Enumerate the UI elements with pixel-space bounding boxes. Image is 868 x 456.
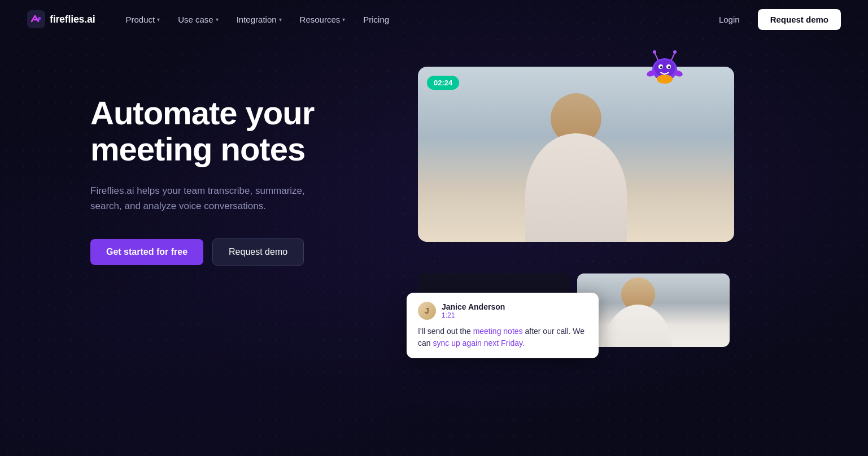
chevron-down-icon: ▾	[342, 16, 345, 23]
video-timer: 02:24	[427, 76, 459, 90]
chevron-down-icon: ▾	[157, 16, 160, 23]
chevron-down-icon: ▾	[216, 16, 219, 23]
video-person2	[577, 273, 730, 347]
svg-point-11	[668, 66, 670, 68]
svg-line-4	[671, 53, 675, 60]
nav-item-usecase[interactable]: Use case ▾	[170, 10, 226, 29]
svg-point-5	[673, 50, 677, 54]
nav-item-pricing[interactable]: Pricing	[355, 10, 397, 29]
chat-text: I'll send out the meeting notes after ou…	[418, 325, 587, 349]
get-started-button[interactable]: Get started for free	[90, 239, 203, 265]
svg-line-2	[655, 53, 658, 60]
nav-links: Product ▾ Use case ▾ Integration ▾ Resou…	[117, 10, 709, 29]
hero-buttons: Get started for free Request demo	[90, 238, 384, 266]
hero-request-demo-button[interactable]: Request demo	[212, 238, 304, 266]
login-button[interactable]: Login	[710, 10, 749, 29]
chat-bubble: J Janice Anderson 1:21 I'll send out the…	[407, 293, 599, 358]
chat-name: Janice Anderson	[442, 302, 505, 311]
nav-item-product[interactable]: Product ▾	[117, 10, 168, 29]
logo-link[interactable]: fireflies.ai	[27, 10, 95, 28]
hero-heading: Automate your meeting notes	[90, 95, 384, 167]
nav-actions: Login Request demo	[710, 9, 841, 30]
logo-icon	[27, 10, 45, 28]
hero-right: 02:24 J Janice Anderson 1:21 I'll send o…	[418, 67, 800, 347]
main-content: Automate your meeting notes Fireflies.ai…	[0, 38, 868, 347]
svg-rect-1	[38, 17, 41, 20]
svg-point-3	[653, 50, 656, 54]
chat-header: J Janice Anderson 1:21	[418, 302, 587, 320]
logo-text: fireflies.ai	[50, 14, 95, 25]
svg-point-10	[660, 66, 662, 68]
svg-point-14	[657, 75, 673, 84]
robot-mascot	[642, 50, 687, 95]
chevron-down-icon: ▾	[279, 16, 282, 23]
nav-item-resources[interactable]: Resources ▾	[292, 10, 354, 29]
navbar: fireflies.ai Product ▾ Use case ▾ Integr…	[0, 0, 868, 38]
chat-link-sync: sync up again next Friday.	[433, 338, 524, 348]
avatar: J	[418, 302, 436, 320]
request-demo-button[interactable]: Request demo	[758, 9, 841, 30]
nav-item-integration[interactable]: Integration ▾	[229, 10, 290, 29]
chat-link-meeting-notes: meeting notes	[473, 327, 523, 336]
hero-subtext: Fireflies.ai helps your team transcribe,…	[90, 183, 328, 214]
hero-left: Automate your meeting notes Fireflies.ai…	[90, 72, 384, 266]
chat-time: 1:21	[442, 311, 505, 319]
chat-info: Janice Anderson 1:21	[442, 302, 505, 319]
